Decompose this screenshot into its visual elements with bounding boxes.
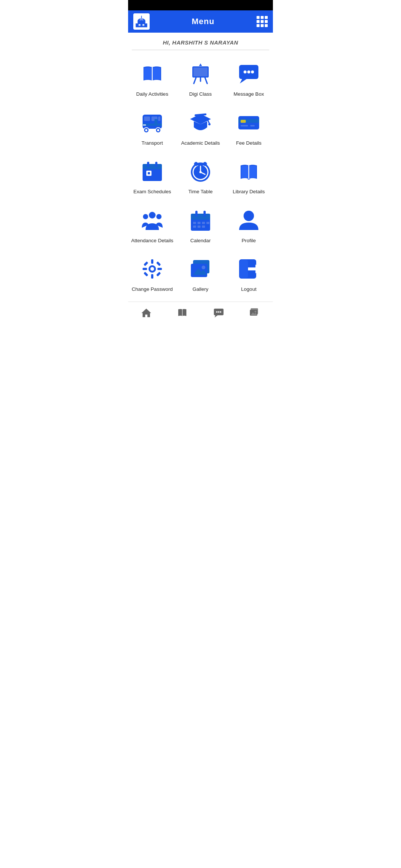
logo-icon xyxy=(134,14,149,29)
logo[interactable] xyxy=(133,13,150,30)
menu-item-message-box[interactable]: Message Box xyxy=(225,54,273,103)
svg-rect-75 xyxy=(144,262,149,266)
daily-activities-icon xyxy=(139,60,166,87)
svg-marker-12 xyxy=(199,63,202,66)
menu-label-logout: Logout xyxy=(241,286,256,293)
menu-item-profile[interactable]: Profile xyxy=(225,200,273,249)
menu-item-calendar[interactable]: Calendar xyxy=(176,200,225,249)
bottom-nav-messages[interactable] xyxy=(200,307,237,318)
svg-marker-91 xyxy=(215,315,218,318)
svg-point-55 xyxy=(156,214,162,219)
svg-rect-60 xyxy=(203,211,206,217)
menu-item-attendance-details[interactable]: Attendance Details xyxy=(128,200,176,249)
svg-rect-19 xyxy=(144,116,150,121)
svg-point-53 xyxy=(199,171,202,173)
header-title: Menu xyxy=(192,17,214,26)
svg-point-68 xyxy=(244,211,254,221)
profile-icon xyxy=(235,207,262,234)
svg-rect-37 xyxy=(241,120,246,123)
menu-item-library-details[interactable]: Library Details xyxy=(225,151,273,200)
menu-label-academic-details: Academic Details xyxy=(181,140,220,147)
menu-label-fee-details: Fee Details xyxy=(236,140,261,147)
menu-item-time-table[interactable]: Time Table xyxy=(176,151,225,200)
svg-marker-14 xyxy=(240,79,247,83)
svg-rect-72 xyxy=(151,274,153,279)
menu-item-digi-class[interactable]: Digi Class xyxy=(176,54,225,103)
bottom-nav xyxy=(128,302,273,324)
menu-item-gallery[interactable]: Gallery xyxy=(176,249,225,298)
menu-label-attendance-details: Attendance Details xyxy=(131,237,173,244)
fee-details-icon xyxy=(235,109,262,136)
menu-label-library-details: Library Details xyxy=(233,188,265,195)
svg-point-92 xyxy=(216,311,218,313)
svg-rect-77 xyxy=(144,272,149,277)
grid-icon[interactable] xyxy=(257,16,268,27)
time-table-icon xyxy=(187,158,214,185)
menu-label-calendar: Calendar xyxy=(190,237,211,244)
menu-item-logout[interactable]: Logout xyxy=(225,249,273,298)
chat-icon xyxy=(213,307,224,318)
greeting-bar: HI, HARSHITH S NARAYAN xyxy=(132,33,269,50)
svg-point-17 xyxy=(251,70,254,73)
svg-point-24 xyxy=(145,129,147,131)
svg-rect-74 xyxy=(157,268,162,270)
svg-rect-65 xyxy=(193,226,196,228)
menu-label-gallery: Gallery xyxy=(193,286,209,293)
svg-rect-59 xyxy=(195,211,198,217)
academic-details-icon xyxy=(187,109,214,136)
menu-item-exam-schedules[interactable]: Exam Schedules xyxy=(128,151,176,200)
svg-rect-6 xyxy=(136,25,147,27)
menu-grid: Daily Activities Digi Class xyxy=(128,50,273,302)
attendance-details-icon xyxy=(139,207,166,234)
svg-rect-21 xyxy=(158,116,160,121)
menu-item-academic-details[interactable]: Academic Details xyxy=(176,103,225,152)
home-icon xyxy=(141,307,152,318)
svg-rect-76 xyxy=(156,262,161,266)
header: Menu xyxy=(128,10,273,33)
svg-point-16 xyxy=(247,70,250,73)
svg-point-15 xyxy=(244,70,247,73)
menu-label-profile: Profile xyxy=(242,237,256,244)
svg-rect-62 xyxy=(198,222,200,224)
menu-label-daily-activities: Daily Activities xyxy=(136,91,168,98)
svg-rect-78 xyxy=(156,272,161,277)
svg-line-9 xyxy=(194,78,196,83)
svg-rect-41 xyxy=(155,162,157,167)
svg-point-32 xyxy=(208,123,211,125)
menu-item-fee-details[interactable]: Fee Details xyxy=(225,103,273,152)
svg-rect-63 xyxy=(202,222,205,224)
bottom-nav-gallery[interactable] xyxy=(237,307,273,318)
svg-rect-40 xyxy=(147,162,149,167)
svg-rect-58 xyxy=(191,214,210,220)
svg-point-93 xyxy=(218,311,219,313)
menu-item-transport[interactable]: Transport xyxy=(128,103,176,152)
menu-label-digi-class: Digi Class xyxy=(189,91,212,98)
calendar-icon xyxy=(187,207,214,234)
svg-point-94 xyxy=(220,311,221,313)
svg-rect-28 xyxy=(143,124,146,126)
bottom-nav-library[interactable] xyxy=(164,307,201,318)
menu-item-daily-activities[interactable]: Daily Activities xyxy=(128,54,176,103)
bottom-nav-home[interactable] xyxy=(128,307,164,318)
svg-rect-67 xyxy=(202,226,205,228)
svg-rect-66 xyxy=(198,226,200,228)
svg-marker-85 xyxy=(255,264,261,273)
greeting-text: HI, HARSHITH S NARAYAN xyxy=(163,39,238,46)
svg-rect-87 xyxy=(240,260,248,278)
svg-rect-61 xyxy=(193,222,196,224)
library-details-icon xyxy=(235,158,262,185)
svg-rect-43 xyxy=(148,172,150,174)
gallery-icon xyxy=(187,256,214,282)
svg-point-26 xyxy=(157,129,159,131)
svg-rect-73 xyxy=(143,268,147,270)
svg-rect-8 xyxy=(193,68,208,76)
svg-rect-71 xyxy=(151,259,153,264)
svg-rect-36 xyxy=(250,125,255,126)
svg-rect-50 xyxy=(195,163,206,165)
digi-class-icon xyxy=(187,60,214,87)
menu-label-transport: Transport xyxy=(141,140,163,147)
menu-item-change-password[interactable]: Change Password xyxy=(128,249,176,298)
svg-point-98 xyxy=(255,311,257,313)
svg-point-82 xyxy=(202,266,205,269)
logout-icon xyxy=(235,256,262,282)
